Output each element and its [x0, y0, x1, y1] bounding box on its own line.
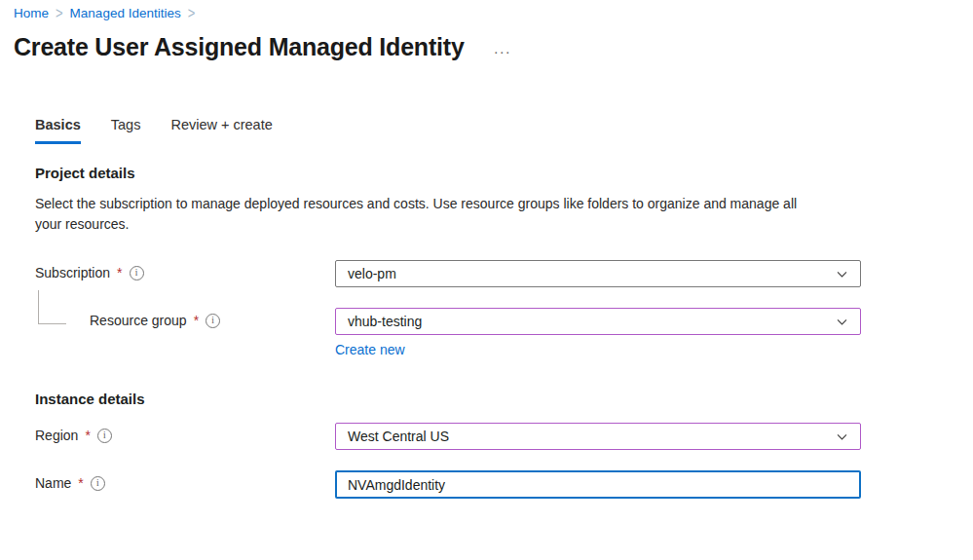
- region-row: Region * i West Central US: [35, 423, 973, 450]
- resource-group-row: Resource group * i vhub-testing Create n…: [35, 308, 973, 358]
- region-control-cell: West Central US: [335, 423, 861, 450]
- required-asterisk: *: [85, 428, 90, 443]
- tab-tags[interactable]: Tags: [111, 117, 141, 144]
- name-label-cell: Name * i: [35, 470, 335, 491]
- resource-group-selected-value: vhub-testing: [348, 314, 422, 329]
- region-label-cell: Region * i: [35, 423, 335, 443]
- region-selected-value: West Central US: [348, 429, 449, 444]
- resource-group-label: Resource group: [90, 313, 187, 328]
- resource-group-dropdown[interactable]: vhub-testing: [335, 308, 861, 335]
- name-row: Name * i: [35, 470, 973, 499]
- required-asterisk: *: [194, 313, 199, 328]
- resource-group-connector-line: [38, 290, 66, 324]
- project-details-form: Subscription * i velo-pm Resource gro: [35, 260, 973, 499]
- project-details-description: Select the subscription to manage deploy…: [35, 194, 820, 234]
- breadcrumb-separator-icon: >: [56, 4, 63, 22]
- breadcrumb-link-managed-identities[interactable]: Managed Identities: [70, 6, 181, 20]
- create-managed-identity-page: Home > Managed Identities > Create User …: [0, 0, 973, 499]
- page-title: Create User Assigned Managed Identity: [14, 33, 465, 61]
- subscription-selected-value: velo-pm: [348, 266, 396, 281]
- region-dropdown[interactable]: West Central US: [335, 423, 861, 450]
- subscription-control-cell: velo-pm: [335, 260, 861, 287]
- info-icon[interactable]: i: [97, 429, 112, 443]
- subscription-label: Subscription: [35, 265, 110, 280]
- region-label: Region: [35, 428, 78, 443]
- required-asterisk: *: [117, 265, 122, 280]
- tab-basics[interactable]: Basics: [35, 117, 81, 144]
- info-icon[interactable]: i: [130, 266, 144, 280]
- project-details-heading: Project details: [35, 165, 973, 181]
- breadcrumb-link-home[interactable]: Home: [14, 6, 49, 20]
- name-label: Name: [35, 475, 71, 491]
- name-control-cell: [335, 470, 861, 499]
- chevron-down-icon: [836, 430, 848, 443]
- instance-details-heading: Instance details: [35, 391, 973, 407]
- info-icon[interactable]: i: [91, 476, 105, 491]
- required-asterisk: *: [78, 475, 83, 491]
- info-icon[interactable]: i: [206, 314, 220, 328]
- more-options-icon[interactable]: ···: [494, 35, 511, 59]
- name-input[interactable]: [335, 470, 861, 499]
- subscription-label-cell: Subscription * i: [35, 260, 335, 280]
- tab-bar: Basics Tags Review + create: [35, 117, 973, 144]
- tab-review-create[interactable]: Review + create: [170, 117, 272, 144]
- chevron-down-icon: [836, 268, 848, 280]
- resource-group-label-cell: Resource group * i: [35, 308, 335, 328]
- title-row: Create User Assigned Managed Identity ··…: [14, 33, 973, 61]
- create-new-resource-group-link[interactable]: Create new: [335, 342, 405, 357]
- chevron-down-icon: [836, 316, 848, 328]
- resource-group-control-cell: vhub-testing Create new: [335, 308, 861, 358]
- breadcrumb: Home > Managed Identities >: [14, 6, 973, 20]
- basics-tab-content: Project details Select the subscription …: [35, 165, 973, 499]
- subscription-row: Subscription * i velo-pm: [35, 260, 973, 287]
- breadcrumb-separator-icon: >: [188, 4, 196, 22]
- subscription-dropdown[interactable]: velo-pm: [335, 260, 861, 287]
